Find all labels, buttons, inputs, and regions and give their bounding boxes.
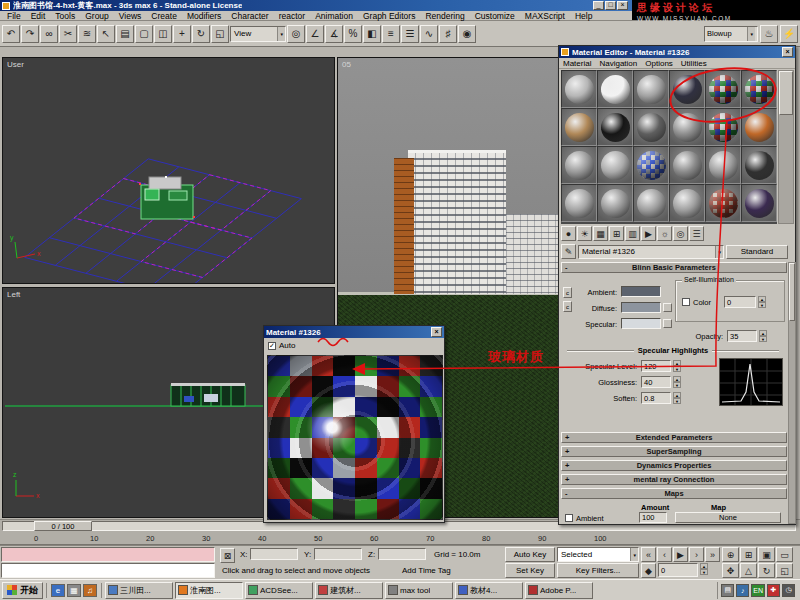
- taskbar-button[interactable]: 三川田...: [105, 582, 173, 599]
- maxscript-listener-pink[interactable]: [1, 547, 215, 562]
- prev-frame-icon[interactable]: ‹: [657, 547, 672, 562]
- quick-launch-media-icon[interactable]: ♫: [83, 584, 97, 597]
- auto-key-button[interactable]: Auto Key: [505, 547, 555, 562]
- material-sample-slot[interactable]: [561, 146, 597, 184]
- schematic-view-icon[interactable]: ♯: [439, 25, 457, 43]
- specular-color-swatch[interactable]: [621, 318, 661, 329]
- select-by-name-icon[interactable]: ▤: [116, 25, 134, 43]
- ambient-map-checkbox[interactable]: [565, 514, 573, 522]
- background-icon[interactable]: ▦: [593, 226, 608, 241]
- rollout-dynamics-properties[interactable]: Dynamics Properties: [561, 460, 787, 471]
- percent-snap-icon[interactable]: %: [344, 25, 362, 43]
- key-filters-button[interactable]: Key Filters...: [557, 563, 639, 578]
- material-editor-titlebar[interactable]: Material Editor - Material #1326: [559, 46, 795, 58]
- specular-level-spinner[interactable]: [673, 360, 681, 372]
- opacity-spinner[interactable]: [759, 330, 767, 342]
- material-sample-slot[interactable]: [741, 184, 777, 222]
- zoom-all-icon[interactable]: ⊞: [740, 547, 757, 562]
- material-sample-slot[interactable]: [669, 146, 705, 184]
- selection-lock-icon[interactable]: ⊠: [220, 548, 235, 563]
- selection-region-icon[interactable]: ▢: [135, 25, 153, 43]
- menu-item[interactable]: Animation: [310, 11, 358, 21]
- select-link-icon[interactable]: ∞: [40, 25, 58, 43]
- auto-update-checkbox[interactable]: [268, 342, 276, 350]
- ambient-color-swatch[interactable]: [621, 286, 661, 297]
- snap-toggle-icon[interactable]: ∠: [306, 25, 324, 43]
- taskbar-button[interactable]: 建筑材...: [315, 582, 383, 599]
- material-sample-slot[interactable]: [633, 146, 669, 184]
- material-sample-slot[interactable]: [561, 184, 597, 222]
- rollout-maps[interactable]: Maps: [561, 488, 787, 499]
- video-color-check-icon[interactable]: ▥: [625, 226, 640, 241]
- tray-clock-icon[interactable]: ◷: [782, 584, 795, 597]
- opacity-field[interactable]: 35: [727, 330, 757, 342]
- menu-item[interactable]: MAXScript: [520, 11, 570, 21]
- material-editor-menu-item[interactable]: Utilities: [677, 59, 711, 68]
- maxscript-listener-white[interactable]: [1, 563, 215, 578]
- start-button[interactable]: 开始: [2, 582, 43, 599]
- self-illum-spinner[interactable]: [758, 296, 766, 308]
- self-illum-value-field[interactable]: 0: [724, 296, 756, 308]
- material-name-combo[interactable]: Material #1326: [578, 245, 724, 259]
- material-sample-slot[interactable]: [597, 184, 633, 222]
- material-editor-menu-item[interactable]: Navigation: [595, 59, 641, 68]
- material-sample-slot[interactable]: [633, 108, 669, 146]
- arc-rotate-icon[interactable]: ↻: [758, 563, 775, 578]
- tray-volume-icon[interactable]: ♪: [736, 584, 749, 597]
- material-sample-slot[interactable]: [705, 146, 741, 184]
- go-start-icon[interactable]: «: [641, 547, 656, 562]
- x-coordinate-field[interactable]: [250, 548, 298, 560]
- render-scene-icon[interactable]: ♨: [760, 25, 778, 43]
- menu-item[interactable]: Graph Editors: [358, 11, 420, 21]
- material-sample-slot[interactable]: [597, 70, 633, 108]
- material-editor-close-icon[interactable]: [782, 47, 793, 57]
- material-sample-slot[interactable]: [633, 70, 669, 108]
- material-sample-slot[interactable]: [669, 70, 705, 108]
- rollout-mental-ray[interactable]: mental ray Connection: [561, 474, 787, 485]
- rollout-extended-parameters[interactable]: Extended Parameters: [561, 432, 787, 443]
- material-sample-slot[interactable]: [705, 184, 741, 222]
- rollout-blinn-basic[interactable]: Blinn Basic Parameters: [561, 262, 787, 273]
- soften-field[interactable]: 0.8: [641, 392, 671, 404]
- material-sample-slot[interactable]: [561, 70, 597, 108]
- material-navigator-icon[interactable]: ☰: [689, 226, 704, 241]
- self-illum-color-checkbox[interactable]: [682, 298, 690, 306]
- soften-spinner[interactable]: [673, 392, 681, 404]
- angle-snap-icon[interactable]: ∡: [325, 25, 343, 43]
- menu-item[interactable]: Tools: [50, 11, 80, 21]
- select-object-icon[interactable]: ↖: [97, 25, 115, 43]
- material-sample-slot[interactable]: [669, 184, 705, 222]
- glossiness-field[interactable]: 40: [641, 376, 671, 388]
- menu-item[interactable]: Views: [114, 11, 147, 21]
- backlight-icon[interactable]: ☀: [577, 226, 592, 241]
- zoom-region-icon[interactable]: ▭: [776, 547, 793, 562]
- current-frame-field[interactable]: 0: [658, 563, 698, 577]
- options-icon[interactable]: ☼: [657, 226, 672, 241]
- menu-item[interactable]: File: [2, 11, 26, 21]
- material-sample-slot[interactable]: [705, 70, 741, 108]
- layers-icon[interactable]: ☰: [401, 25, 419, 43]
- material-sample-slot[interactable]: [705, 108, 741, 146]
- zoom-icon[interactable]: ⊕: [722, 547, 739, 562]
- select-rotate-icon[interactable]: ↻: [192, 25, 210, 43]
- menu-item[interactable]: Customize: [470, 11, 520, 21]
- mirror-icon[interactable]: ◧: [363, 25, 381, 43]
- material-editor-menu-item[interactable]: Options: [641, 59, 677, 68]
- bind-spacewarp-icon[interactable]: ≋: [78, 25, 96, 43]
- select-by-material-icon[interactable]: ◎: [673, 226, 688, 241]
- preview-titlebar[interactable]: Material #1326: [264, 326, 444, 338]
- specular-map-button[interactable]: [663, 319, 672, 328]
- material-sample-slot[interactable]: [741, 70, 777, 108]
- menu-item[interactable]: Group: [80, 11, 114, 21]
- make-preview-icon[interactable]: ▶: [641, 226, 656, 241]
- select-scale-icon[interactable]: ◱: [211, 25, 229, 43]
- selection-filter-combo[interactable]: Selected: [557, 547, 639, 562]
- z-coordinate-field[interactable]: [378, 548, 426, 560]
- rollout-supersampling[interactable]: SuperSampling: [561, 446, 787, 457]
- current-frame-spinner[interactable]: [700, 563, 708, 575]
- tiling-icon[interactable]: ⊞: [609, 226, 624, 241]
- pick-material-icon[interactable]: ✎: [561, 244, 576, 259]
- add-time-tag[interactable]: Add Time Tag: [402, 566, 451, 575]
- menu-item[interactable]: Rendering: [420, 11, 469, 21]
- unlink-icon[interactable]: ✂: [59, 25, 77, 43]
